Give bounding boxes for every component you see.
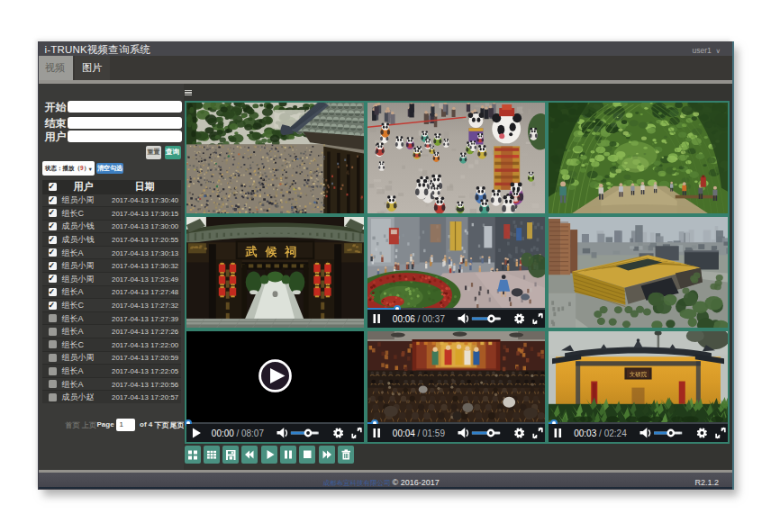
svg-text:武候祠: 武候祠 (244, 245, 304, 258)
svg-text:00:03 / 02:24: 00:03 / 02:24 (574, 428, 627, 437)
svg-text:文硕院: 文硕院 (629, 370, 647, 377)
svg-text:00:00 / 08:07: 00:00 / 08:07 (211, 428, 264, 437)
svg-text:00:04 / 01:59: 00:04 / 01:59 (392, 428, 445, 437)
svg-text:00:06 / 00:37: 00:06 / 00:37 (392, 313, 445, 323)
